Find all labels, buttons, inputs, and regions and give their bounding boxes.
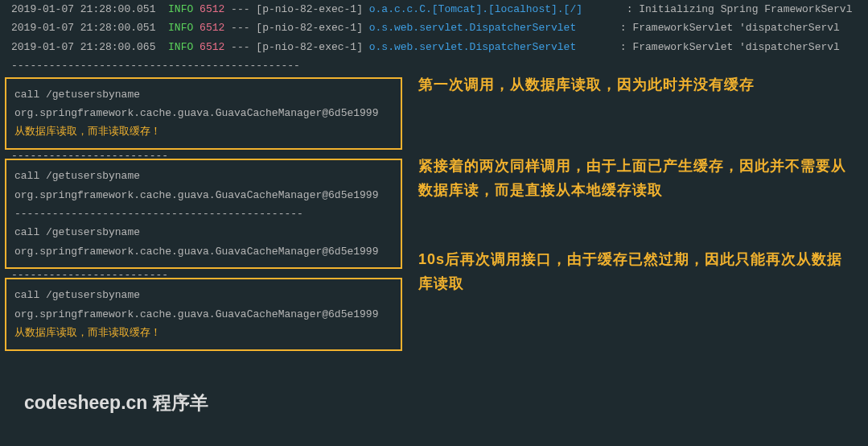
call-line: call /getusersbyname xyxy=(14,286,393,304)
annotations: 第一次调用，从数据库读取，因为此时并没有缓存 紧接着的两次同样调用，由于上面已产… xyxy=(418,64,853,312)
call-box-2: call /getusersbyname org.springframework… xyxy=(5,159,402,269)
cache-manager-line: org.springframework.cache.guava.GuavaCac… xyxy=(14,305,393,324)
call-box-1: call /getusersbyname org.springframework… xyxy=(5,77,402,150)
cache-manager-line: org.springframework.cache.guava.GuavaCac… xyxy=(14,104,393,122)
db-read-line: 从数据库读取，而非读取缓存！ xyxy=(14,122,393,141)
cache-manager-line: org.springframework.cache.guava.GuavaCac… xyxy=(14,242,393,261)
call-line: call /getusersbyname xyxy=(14,167,393,185)
annotation-2: 紧接着的两次同样调用，由于上面已产生缓存，因此并不需要从数据库读，而是直接从本地… xyxy=(418,154,853,203)
watermark: codesheep.cn 程序羊 xyxy=(24,390,208,415)
log-line: 2019-01-07 21:28:00.051 INFO 6512 --- [p… xyxy=(0,0,868,19)
annotation-3: 10s后再次调用接口，由于缓存已然过期，因此只能再次从数据库读取 xyxy=(418,247,853,296)
log-line: 2019-01-07 21:28:00.051 INFO 6512 --- [p… xyxy=(0,19,868,37)
cache-manager-line: org.springframework.cache.guava.GuavaCac… xyxy=(14,186,393,204)
annotation-1: 第一次调用，从数据库读取，因为此时并没有缓存 xyxy=(418,72,853,97)
call-line: call /getusersbyname xyxy=(14,85,393,104)
log-line: 2019-01-07 21:28:00.065 INFO 6512 --- [p… xyxy=(0,38,868,56)
call-box-3: call /getusersbyname org.springframework… xyxy=(5,278,402,350)
call-line: call /getusersbyname xyxy=(14,223,393,242)
separator: ----------------------------------------… xyxy=(14,204,393,223)
db-read-line: 从数据库读取，而非读取缓存！ xyxy=(14,324,393,342)
